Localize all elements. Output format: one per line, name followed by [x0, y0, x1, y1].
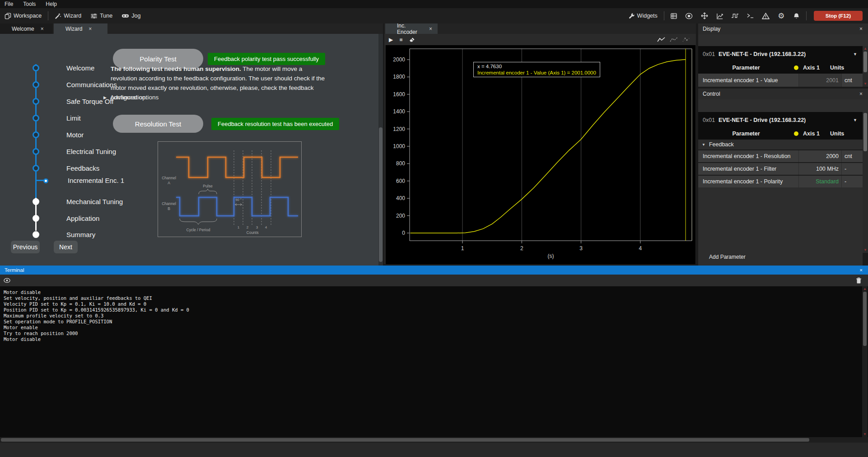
- wizard-step-electrical-tuning[interactable]: Electrical Tuning: [0, 148, 108, 156]
- step-label: Summary: [66, 231, 95, 238]
- parameter-units: cnt: [842, 77, 863, 84]
- scroll-down-icon[interactable]: ▼: [863, 82, 868, 86]
- warning-icon[interactable]: [761, 11, 771, 21]
- bell-icon[interactable]: [792, 11, 802, 21]
- widgets-label: Widgets: [637, 13, 658, 19]
- add-parameter-button[interactable]: Add Parameter: [709, 254, 746, 260]
- terminal-scrollbar[interactable]: ▲ ▼: [862, 286, 868, 437]
- scrollbar-thumb[interactable]: [863, 113, 867, 151]
- scroll-down-icon[interactable]: ▼: [863, 432, 867, 437]
- parameter-value[interactable]: 100 MHz: [798, 163, 842, 175]
- eye-icon[interactable]: [684, 11, 694, 21]
- control-row-resolution[interactable]: Incremental encoder 1 - Resolution 2000 …: [698, 150, 863, 162]
- wizard-scrollbar[interactable]: [378, 34, 383, 266]
- control-row-polarity[interactable]: Incremental encoder 1 - Polarity Standar…: [698, 176, 863, 187]
- wizard-step-mechanical-tuning[interactable]: Mechanical Tuning: [0, 198, 108, 206]
- wizard-step-welcome[interactable]: Welcome: [0, 64, 108, 72]
- y-tick-label: 400: [396, 195, 405, 201]
- wizard-step-communications[interactable]: Communications: [0, 81, 108, 89]
- cycle-brace: [180, 219, 217, 224]
- step-label: Incremental Enc. 1: [68, 177, 124, 184]
- wizard-step-application[interactable]: Application: [0, 215, 108, 223]
- terminal-titlebar[interactable]: Terminal ×: [0, 266, 868, 275]
- control-device-selector[interactable]: 0x01 EVE-NET-E - Drive (192.168.3.22) ▼: [698, 112, 863, 128]
- close-icon[interactable]: ×: [41, 26, 44, 32]
- scrollbar-thumb[interactable]: [379, 127, 383, 262]
- scrollbar-thumb[interactable]: [1, 438, 809, 442]
- wizard-step-summary[interactable]: Summary: [0, 231, 108, 239]
- jog-button[interactable]: Jog: [117, 8, 145, 23]
- column-parameter: Parameter: [698, 65, 794, 71]
- feedback-group-row[interactable]: ▼ Feedback: [698, 140, 863, 149]
- menu-tools[interactable]: Tools: [23, 1, 36, 7]
- scrollbar-thumb[interactable]: [863, 292, 867, 346]
- tab-welcome[interactable]: Welcome ×: [0, 23, 53, 34]
- eraser-icon[interactable]: [409, 37, 415, 42]
- chart-area[interactable]: 0200400600800100012001400160018002000123…: [386, 45, 695, 264]
- step-label: Feedbacks: [66, 164, 99, 172]
- wizard-step-safe-torque-off[interactable]: Safe Torque Off: [0, 98, 108, 106]
- chevron-down-icon[interactable]: ▼: [853, 118, 857, 122]
- close-icon[interactable]: ×: [859, 267, 863, 273]
- stop-capture-button[interactable]: ■: [399, 37, 402, 43]
- advanced-options-toggle[interactable]: ▶ Advanced options: [103, 94, 159, 101]
- step-label: Communications: [66, 81, 117, 89]
- terminal-output[interactable]: Motor disableSet velocity, position and …: [0, 286, 868, 437]
- trash-icon[interactable]: [856, 277, 862, 284]
- chevron-down-icon[interactable]: ▼: [853, 52, 857, 56]
- pulse-brace: [199, 189, 217, 195]
- curve-style-dashed-icon[interactable]: [670, 37, 678, 42]
- tab-wizard[interactable]: Wizard ×: [54, 23, 107, 34]
- wizard-step-incremental-enc-1[interactable]: Incremental Enc. 1: [0, 177, 108, 185]
- chart-plot[interactable]: 0200400600800100012001400160018002000123…: [386, 45, 695, 264]
- move-icon[interactable]: [700, 11, 709, 21]
- tab-inc-encoder[interactable]: Inc. Encoder ×: [385, 23, 438, 34]
- close-icon[interactable]: ×: [89, 26, 92, 32]
- toolbar-separator: [806, 11, 807, 20]
- control-row-filter[interactable]: Incremental encoder 1 - Filter 100 MHz -: [698, 163, 863, 175]
- menu-help[interactable]: Help: [46, 1, 57, 7]
- menu-file[interactable]: File: [5, 1, 13, 7]
- scroll-up-icon[interactable]: ▲: [863, 287, 867, 291]
- wizard-step-limit[interactable]: Limit: [0, 114, 108, 122]
- parameter-value[interactable]: 2000: [798, 150, 842, 162]
- line-chart-icon[interactable]: [715, 11, 725, 21]
- square-wave-icon[interactable]: [730, 11, 740, 21]
- resolution-test-button[interactable]: Resolution Test: [113, 115, 203, 133]
- table-icon[interactable]: [669, 11, 679, 21]
- play-button[interactable]: ▶: [389, 37, 393, 43]
- scrollbar-thumb[interactable]: [863, 51, 867, 72]
- control-scrollbar[interactable]: ▼: [863, 112, 868, 253]
- terminal-icon[interactable]: [746, 11, 756, 21]
- pulse-label: Pulse: [203, 184, 213, 188]
- stop-button[interactable]: Stop (F12): [814, 11, 863, 21]
- next-button[interactable]: Next: [54, 241, 78, 253]
- wizard-panel: WelcomeCommunicationsSafe Torque OffLimi…: [0, 34, 383, 266]
- close-icon[interactable]: ×: [854, 26, 868, 32]
- workspace-button[interactable]: Workspace: [0, 8, 46, 23]
- wizard-step-feedbacks[interactable]: Feedbacks: [0, 164, 108, 173]
- display-scrollbar[interactable]: ▲ ▼: [863, 46, 868, 87]
- display-row-encoder-value[interactable]: Incremental encoder 1 - Value 2001 cnt: [698, 74, 863, 87]
- display-device-selector[interactable]: 0x01 EVE-NET-E - Drive (192.168.3.22) ▼: [698, 46, 863, 62]
- scroll-down-icon[interactable]: ▼: [863, 248, 868, 252]
- curve-style-points-icon[interactable]: [682, 37, 691, 42]
- parameter-value[interactable]: Standard: [798, 176, 842, 187]
- widgets-button[interactable]: Widgets: [624, 8, 662, 23]
- tune-button[interactable]: Tune: [86, 8, 117, 23]
- curve-style-line-icon[interactable]: [657, 37, 665, 42]
- terminal-hscrollbar[interactable]: [0, 437, 868, 443]
- previous-button[interactable]: Previous: [11, 241, 40, 253]
- y-tick-label: 1600: [393, 91, 405, 98]
- wizard-button[interactable]: Wizard: [50, 8, 86, 23]
- wizard-step-motor[interactable]: Motor: [0, 131, 108, 139]
- display-panel-title: Display: [703, 26, 720, 32]
- eye-icon[interactable]: [4, 278, 10, 283]
- column-axis: Axis 1: [803, 131, 830, 137]
- gear-icon[interactable]: ⚙: [776, 11, 786, 21]
- scroll-up-icon[interactable]: ▲: [863, 47, 868, 51]
- display-panel-header: Display ×: [698, 23, 868, 34]
- close-icon[interactable]: ×: [854, 91, 868, 97]
- close-icon[interactable]: ×: [429, 26, 432, 32]
- display-panel-toolbar: ❚❚: [698, 34, 868, 46]
